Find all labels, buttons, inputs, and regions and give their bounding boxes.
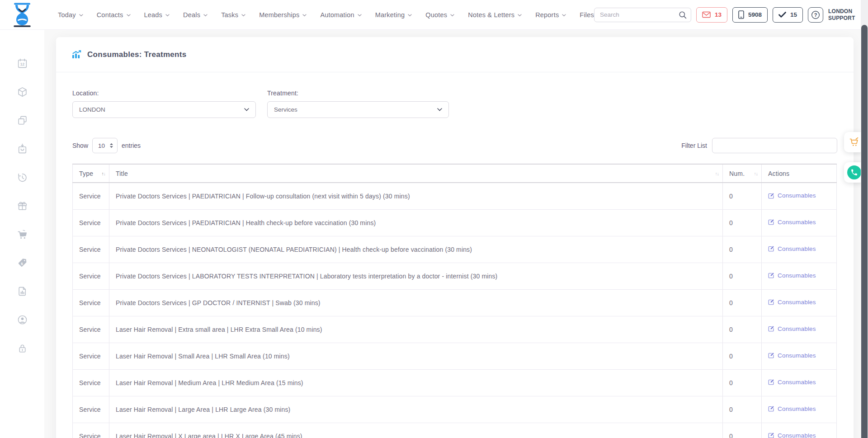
nav-item-leads[interactable]: Leads: [144, 11, 170, 19]
sidebar-item-pos[interactable]: [15, 228, 29, 240]
sidebar-item-products[interactable]: [15, 86, 29, 98]
location-select[interactable]: LONDON: [72, 101, 256, 118]
done-badge[interactable]: 15: [773, 7, 803, 23]
consumables-link[interactable]: Consumables: [768, 379, 816, 386]
sidebar: 12: [0, 29, 44, 438]
price-tag-icon: $: [17, 257, 28, 268]
question-circle-icon: ?: [811, 10, 821, 20]
sidebar-item-security[interactable]: [15, 342, 29, 354]
consumables-link[interactable]: Consumables: [768, 352, 816, 359]
row-title: Private Doctors Services | NEONATOLOGIST…: [109, 236, 723, 263]
edit-icon: [768, 432, 774, 438]
row-num: 0: [723, 396, 762, 423]
lock-icon: [17, 343, 28, 354]
search-input[interactable]: [600, 11, 679, 18]
done-count: 15: [790, 11, 797, 18]
sort-icon[interactable]: ↑↓: [754, 171, 758, 176]
calls-badge[interactable]: 5908: [732, 7, 768, 23]
card-header: Consumables: Treatments: [56, 37, 854, 72]
treatment-select[interactable]: Services: [267, 101, 449, 118]
row-num: 0: [723, 343, 762, 369]
consumables-link[interactable]: Consumables: [768, 219, 816, 226]
consumables-label: Consumables: [778, 432, 816, 438]
sidebar-item-loyalty[interactable]: [15, 200, 29, 212]
svg-text:$: $: [21, 261, 23, 265]
nav-item-files[interactable]: Files: [580, 11, 594, 19]
nav-item-memberships[interactable]: Memberships: [259, 11, 307, 19]
consumables-link[interactable]: Consumables: [768, 299, 816, 306]
consumables-link[interactable]: Consumables: [768, 405, 816, 412]
column-header-title[interactable]: Title ↑↓: [109, 164, 723, 183]
column-header-type[interactable]: Type ↑↓: [73, 164, 109, 183]
page-size-control: Show 10 entries: [72, 138, 141, 153]
messages-badge[interactable]: 13: [696, 7, 727, 23]
row-type: Service: [73, 263, 109, 289]
consumables-label: Consumables: [778, 379, 816, 386]
nav-item-label: Leads: [144, 11, 163, 19]
help-button[interactable]: ?: [808, 7, 823, 23]
nav-item-notes-letters[interactable]: Notes & Letters: [468, 11, 522, 19]
phone-circle: [847, 165, 861, 179]
column-header-actions: Actions: [762, 164, 837, 183]
scrollbar-thumb[interactable]: [861, 25, 868, 438]
consumables-link[interactable]: Consumables: [768, 245, 816, 252]
nav-item-contacts[interactable]: Contacts: [97, 11, 131, 19]
scrollbar-track[interactable]: [861, 0, 868, 438]
consumables-link[interactable]: Consumables: [768, 192, 816, 199]
filter-list-input[interactable]: [712, 138, 837, 153]
sort-icon[interactable]: ↑↓: [715, 171, 719, 176]
sidebar-item-duplicates[interactable]: [15, 114, 29, 126]
chevron-down-icon: [450, 14, 454, 17]
nav-item-automation[interactable]: Automation: [320, 11, 361, 19]
edit-icon: [768, 272, 774, 278]
nav-item-reports[interactable]: Reports: [535, 11, 566, 19]
app-logo-icon[interactable]: [12, 3, 33, 27]
consumables-link[interactable]: Consumables: [768, 272, 816, 279]
row-type: Service: [73, 369, 109, 396]
row-type: Service: [73, 183, 109, 209]
sidebar-item-account[interactable]: [15, 314, 29, 325]
sidebar-item-reports[interactable]: [15, 285, 29, 297]
navbar-right: 13 5908 15 ? LONDON SUPPORT: [594, 6, 868, 24]
filter-list-control: Filter List: [681, 138, 837, 153]
chevron-down-icon: [302, 14, 307, 17]
treatment-label: Treatment:: [267, 89, 449, 97]
row-type: Service: [73, 289, 109, 316]
nav-item-label: Today: [58, 11, 76, 19]
chevron-down-icon: [358, 14, 362, 17]
nav-item-quotes[interactable]: Quotes: [425, 11, 454, 19]
search-box: [594, 8, 691, 22]
row-num: 0: [723, 236, 762, 263]
sidebar-item-history[interactable]: [15, 171, 29, 183]
nav-item-today[interactable]: Today: [58, 11, 83, 19]
cube-icon: [17, 86, 28, 98]
user-name: LONDON SUPPORT: [828, 8, 859, 22]
sidebar-item-purchases[interactable]: [15, 143, 29, 155]
location-label: Location:: [72, 89, 256, 97]
sidebar-item-calendar[interactable]: 12: [15, 57, 29, 69]
row-num: 0: [723, 289, 762, 316]
consumables-label: Consumables: [778, 245, 816, 252]
consumables-label: Consumables: [778, 405, 816, 412]
nav-item-marketing[interactable]: Marketing: [375, 11, 412, 19]
nav-item-label: Tasks: [221, 11, 238, 19]
search-icon[interactable]: [679, 11, 687, 19]
chevron-down-icon: [241, 14, 245, 17]
main-nav: Today Contacts Leads Deals Tasks Members…: [58, 11, 594, 19]
consumables-link[interactable]: Consumables: [768, 432, 816, 438]
chart-icon: [72, 50, 81, 59]
treatment-value: Services: [274, 106, 297, 113]
chevron-down-icon: [203, 14, 208, 17]
nav-item-deals[interactable]: Deals: [183, 11, 208, 19]
consumables-link[interactable]: Consumables: [768, 325, 816, 332]
sort-icon[interactable]: ↑↓: [102, 171, 106, 176]
column-header-num[interactable]: Num. ↑↓: [723, 164, 762, 183]
edit-icon: [768, 379, 774, 385]
sidebar-item-pricing[interactable]: $: [15, 257, 29, 268]
page-size-select[interactable]: 10: [92, 138, 118, 153]
edit-icon: [768, 405, 774, 412]
svg-text:12: 12: [20, 62, 24, 66]
nav-item-tasks[interactable]: Tasks: [221, 11, 245, 19]
phone-icon: [850, 169, 858, 176]
nav-item-label: Contacts: [97, 11, 123, 19]
